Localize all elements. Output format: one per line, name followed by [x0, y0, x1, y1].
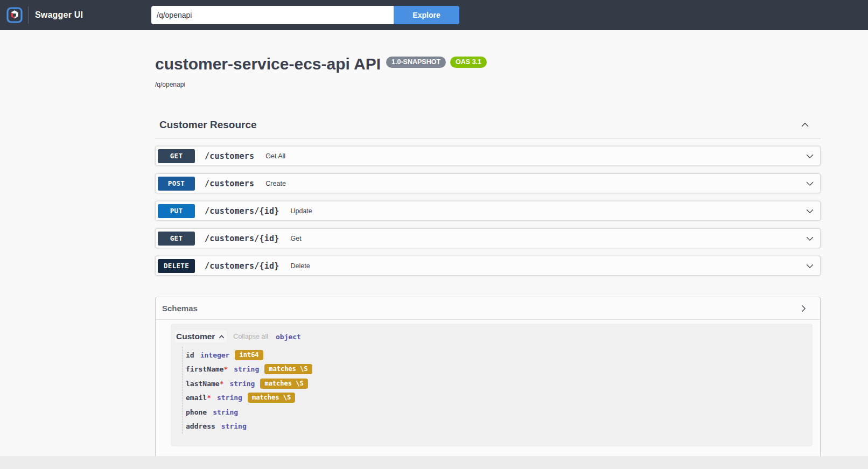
- field-type: string: [221, 422, 247, 430]
- page-bottom-strip: [0, 456, 868, 469]
- schema-field-id: id integer int64: [186, 348, 804, 362]
- operation-row-post-customers[interactable]: POST /customers Create: [155, 173, 821, 193]
- tag-header[interactable]: Customer Resource: [155, 119, 821, 138]
- field-name: lastName: [186, 380, 220, 388]
- chevron-down-icon[interactable]: [805, 261, 815, 271]
- model-type: object: [276, 333, 301, 341]
- required-asterisk: *: [223, 365, 228, 373]
- caret-up-icon: [219, 334, 225, 339]
- required-asterisk: *: [207, 394, 211, 402]
- operation-path: /customers/{id}: [205, 206, 279, 216]
- field-name: firstName: [186, 365, 223, 373]
- topbar: Swagger UI Explore: [0, 0, 868, 30]
- operation-path: /customers: [205, 151, 254, 161]
- model-toggle[interactable]: Customer: [175, 331, 227, 342]
- field-name: phone: [186, 408, 207, 416]
- title-badges: 1.0-SNAPSHOT OAS 3.1: [386, 57, 487, 68]
- field-pattern-badge: matches \S: [264, 364, 312, 374]
- model-title-row: Customer Collapse all object: [174, 331, 804, 342]
- method-badge: POST: [158, 177, 195, 191]
- main-content: customer-service-ecs-api API 1.0-SNAPSHO…: [155, 30, 821, 466]
- chevron-up-icon[interactable]: [800, 120, 810, 130]
- quarkus-logo-icon: [6, 7, 23, 23]
- api-title: customer-service-ecs-api API 1.0-SNAPSHO…: [155, 55, 821, 73]
- operation-summary: Get: [290, 235, 301, 242]
- brand-title: Swagger UI: [35, 10, 83, 20]
- field-pattern-badge: matches \S: [248, 393, 295, 403]
- schema-field-phone: phone string: [186, 405, 804, 419]
- operation-summary: Delete: [290, 262, 310, 270]
- chevron-down-icon[interactable]: [805, 151, 815, 161]
- operation-path: /customers: [205, 179, 254, 188]
- schema-field-firstname: firstName* string matches \S: [186, 362, 804, 377]
- explore-button[interactable]: Explore: [394, 6, 459, 24]
- operation-summary: Get All: [265, 152, 285, 160]
- field-pattern-badge: matches \S: [260, 379, 307, 389]
- chevron-right-icon[interactable]: [799, 304, 808, 313]
- customer-model: Customer Collapse all object id integer …: [171, 324, 813, 446]
- version-badge: 1.0-SNAPSHOT: [386, 57, 446, 68]
- schemas-section: Schemas Customer Collapse all object id: [155, 297, 821, 466]
- operation-row-put-customer[interactable]: PUT /customers/{id} Update: [155, 201, 821, 221]
- method-badge: GET: [158, 149, 195, 163]
- spec-link[interactable]: /q/openapi: [155, 81, 185, 88]
- url-input[interactable]: [151, 6, 394, 24]
- operation-summary: Update: [290, 207, 312, 215]
- operation-path: /customers/{id}: [205, 261, 279, 271]
- field-name: id: [186, 351, 194, 359]
- method-badge: DELETE: [158, 259, 195, 273]
- schema-field-address: address string: [186, 419, 804, 434]
- operation-summary: Create: [265, 180, 286, 187]
- info-section: customer-service-ecs-api API 1.0-SNAPSHO…: [155, 30, 821, 89]
- schemas-header[interactable]: Schemas: [156, 297, 820, 320]
- required-asterisk: *: [220, 380, 224, 388]
- chevron-down-icon[interactable]: [805, 179, 815, 188]
- field-name: email: [186, 394, 207, 402]
- oas-badge: OAS 3.1: [450, 57, 487, 68]
- field-type: integer: [200, 351, 230, 359]
- schemas-title: Schemas: [162, 304, 198, 313]
- collapse-all-control[interactable]: Collapse all: [233, 333, 268, 340]
- method-badge: PUT: [158, 204, 195, 218]
- chevron-down-icon[interactable]: [805, 234, 815, 243]
- field-name: address: [186, 422, 215, 430]
- chevron-down-icon[interactable]: [805, 206, 815, 216]
- field-type: string: [217, 394, 242, 402]
- schema-field-email: email* string matches \S: [186, 391, 804, 405]
- operation-row-delete-customer[interactable]: DELETE /customers/{id} Delete: [155, 256, 821, 276]
- field-format-badge: int64: [235, 350, 263, 360]
- brand-divider: [28, 6, 29, 24]
- api-title-text: customer-service-ecs-api API: [155, 55, 381, 73]
- model-name-text: Customer: [176, 332, 215, 341]
- tag-title: Customer Resource: [159, 119, 257, 131]
- field-type: string: [229, 380, 255, 388]
- explore-form: Explore: [151, 6, 459, 24]
- method-badge: GET: [158, 232, 195, 246]
- operation-row-get-customers[interactable]: GET /customers Get All: [155, 146, 821, 166]
- field-type: string: [234, 365, 259, 373]
- schema-field-lastname: lastName* string matches \S: [186, 376, 804, 391]
- operation-row-get-customer[interactable]: GET /customers/{id} Get: [155, 228, 821, 248]
- model-fields: id integer int64 firstName* string match…: [182, 347, 804, 433]
- tag-section: Customer Resource GET /customers Get All…: [155, 119, 821, 276]
- operation-path: /customers/{id}: [205, 234, 279, 243]
- brand-link[interactable]: Swagger UI: [6, 6, 83, 24]
- field-type: string: [213, 408, 238, 416]
